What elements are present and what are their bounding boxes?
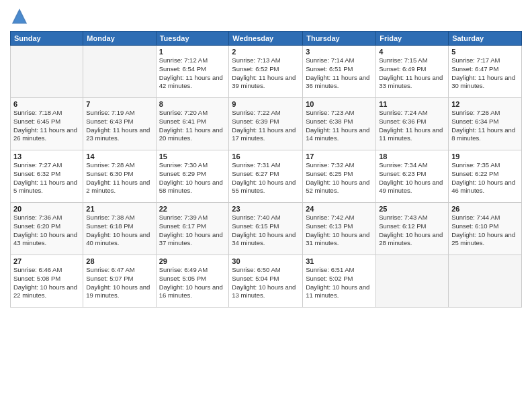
day-info: Sunrise: 7:20 AMSunset: 6:41 PMDaylight:… — [159, 109, 226, 143]
calendar-cell: 28Sunrise: 6:47 AMSunset: 5:07 PMDayligh… — [83, 255, 156, 308]
calendar-week-1: 1Sunrise: 7:12 AMSunset: 6:54 PMDaylight… — [11, 46, 522, 98]
calendar-cell: 5Sunrise: 7:17 AMSunset: 6:47 PMDaylight… — [449, 46, 522, 98]
calendar-header-thursday: Thursday — [303, 32, 376, 46]
day-info: Sunrise: 7:26 AMSunset: 6:34 PMDaylight:… — [451, 109, 519, 143]
day-number: 7 — [86, 100, 152, 108]
day-number: 1 — [159, 48, 226, 56]
day-number: 29 — [159, 257, 226, 265]
header — [10, 7, 522, 26]
day-info: Sunrise: 7:31 AMSunset: 6:27 PMDaylight:… — [232, 161, 300, 195]
calendar-cell: 26Sunrise: 7:44 AMSunset: 6:10 PMDayligh… — [449, 203, 522, 255]
day-number: 6 — [13, 100, 80, 108]
calendar-cell: 31Sunrise: 6:51 AMSunset: 5:02 PMDayligh… — [303, 255, 376, 308]
day-number: 24 — [306, 205, 373, 213]
calendar-cell: 12Sunrise: 7:26 AMSunset: 6:34 PMDayligh… — [449, 98, 522, 150]
calendar-body: 1Sunrise: 7:12 AMSunset: 6:54 PMDaylight… — [11, 46, 522, 308]
calendar-cell: 21Sunrise: 7:38 AMSunset: 6:18 PMDayligh… — [83, 203, 156, 255]
calendar-cell: 11Sunrise: 7:24 AMSunset: 6:36 PMDayligh… — [376, 98, 449, 150]
calendar-header-friday: Friday — [376, 32, 449, 46]
calendar-header-sunday: Sunday — [11, 32, 83, 46]
day-info: Sunrise: 7:40 AMSunset: 6:15 PMDaylight:… — [232, 214, 300, 248]
page: SundayMondayTuesdayWednesdayThursdayFrid… — [0, 0, 532, 411]
day-number: 20 — [13, 205, 80, 213]
day-number: 5 — [451, 48, 519, 56]
calendar-header-monday: Monday — [83, 32, 156, 46]
day-number: 10 — [306, 100, 373, 108]
day-number: 22 — [159, 205, 226, 213]
day-info: Sunrise: 6:50 AMSunset: 5:04 PMDaylight:… — [232, 266, 300, 300]
day-info: Sunrise: 7:17 AMSunset: 6:47 PMDaylight:… — [451, 56, 519, 91]
day-info: Sunrise: 7:38 AMSunset: 6:18 PMDaylight:… — [86, 214, 152, 248]
day-info: Sunrise: 7:43 AMSunset: 6:12 PMDaylight:… — [379, 214, 445, 248]
day-info: Sunrise: 6:49 AMSunset: 5:05 PMDaylight:… — [159, 266, 226, 300]
day-info: Sunrise: 7:42 AMSunset: 6:13 PMDaylight:… — [306, 214, 373, 248]
day-info: Sunrise: 7:14 AMSunset: 6:51 PMDaylight:… — [306, 56, 373, 91]
day-number: 26 — [451, 205, 519, 213]
calendar-cell: 22Sunrise: 7:39 AMSunset: 6:17 PMDayligh… — [156, 203, 229, 255]
day-info: Sunrise: 7:12 AMSunset: 6:54 PMDaylight:… — [159, 56, 226, 91]
calendar-cell: 8Sunrise: 7:20 AMSunset: 6:41 PMDaylight… — [156, 98, 229, 150]
calendar-cell: 6Sunrise: 7:18 AMSunset: 6:45 PMDaylight… — [11, 98, 83, 150]
calendar-header-tuesday: Tuesday — [156, 32, 229, 46]
day-info: Sunrise: 7:34 AMSunset: 6:23 PMDaylight:… — [379, 161, 445, 195]
day-number: 30 — [232, 257, 300, 265]
calendar-week-4: 20Sunrise: 7:36 AMSunset: 6:20 PMDayligh… — [11, 203, 522, 255]
calendar-cell — [83, 46, 156, 98]
calendar-cell: 19Sunrise: 7:35 AMSunset: 6:22 PMDayligh… — [449, 150, 522, 203]
calendar-cell — [449, 255, 522, 308]
calendar-cell: 25Sunrise: 7:43 AMSunset: 6:12 PMDayligh… — [376, 203, 449, 255]
day-number: 25 — [379, 205, 445, 213]
day-info: Sunrise: 7:24 AMSunset: 6:36 PMDaylight:… — [379, 109, 445, 143]
calendar-cell: 9Sunrise: 7:22 AMSunset: 6:39 PMDaylight… — [229, 98, 303, 150]
day-info: Sunrise: 7:27 AMSunset: 6:32 PMDaylight:… — [13, 161, 80, 195]
day-info: Sunrise: 6:47 AMSunset: 5:07 PMDaylight:… — [86, 266, 152, 300]
day-info: Sunrise: 7:22 AMSunset: 6:39 PMDaylight:… — [232, 109, 300, 143]
calendar-cell: 18Sunrise: 7:34 AMSunset: 6:23 PMDayligh… — [376, 150, 449, 203]
day-info: Sunrise: 7:44 AMSunset: 6:10 PMDaylight:… — [451, 214, 519, 248]
calendar-cell — [11, 46, 83, 98]
calendar-cell: 3Sunrise: 7:14 AMSunset: 6:51 PMDaylight… — [303, 46, 376, 98]
day-number: 21 — [86, 205, 152, 213]
day-number: 31 — [306, 257, 373, 265]
day-number: 9 — [232, 100, 300, 108]
day-info: Sunrise: 7:23 AMSunset: 6:38 PMDaylight:… — [306, 109, 373, 143]
day-number: 13 — [13, 152, 80, 161]
calendar-cell: 1Sunrise: 7:12 AMSunset: 6:54 PMDaylight… — [156, 46, 229, 98]
calendar-week-3: 13Sunrise: 7:27 AMSunset: 6:32 PMDayligh… — [11, 150, 522, 203]
calendar-cell: 2Sunrise: 7:13 AMSunset: 6:52 PMDaylight… — [229, 46, 303, 98]
day-info: Sunrise: 6:46 AMSunset: 5:08 PMDaylight:… — [13, 266, 80, 300]
calendar-week-2: 6Sunrise: 7:18 AMSunset: 6:45 PMDaylight… — [11, 98, 522, 150]
day-number: 16 — [232, 152, 300, 161]
day-info: Sunrise: 7:15 AMSunset: 6:49 PMDaylight:… — [379, 56, 445, 91]
day-info: Sunrise: 7:28 AMSunset: 6:30 PMDaylight:… — [86, 161, 152, 195]
day-number: 14 — [86, 152, 152, 161]
day-number: 28 — [86, 257, 152, 265]
calendar-header-saturday: Saturday — [449, 32, 522, 46]
calendar-table: SundayMondayTuesdayWednesdayThursdayFrid… — [10, 31, 522, 308]
day-number: 18 — [379, 152, 445, 161]
day-number: 8 — [159, 100, 226, 108]
day-info: Sunrise: 6:51 AMSunset: 5:02 PMDaylight:… — [306, 266, 373, 300]
day-info: Sunrise: 7:39 AMSunset: 6:17 PMDaylight:… — [159, 214, 226, 248]
calendar-cell: 24Sunrise: 7:42 AMSunset: 6:13 PMDayligh… — [303, 203, 376, 255]
calendar-cell: 14Sunrise: 7:28 AMSunset: 6:30 PMDayligh… — [83, 150, 156, 203]
day-info: Sunrise: 7:36 AMSunset: 6:20 PMDaylight:… — [13, 214, 80, 248]
calendar-header-row: SundayMondayTuesdayWednesdayThursdayFrid… — [11, 32, 522, 46]
calendar-cell: 23Sunrise: 7:40 AMSunset: 6:15 PMDayligh… — [229, 203, 303, 255]
calendar-cell: 30Sunrise: 6:50 AMSunset: 5:04 PMDayligh… — [229, 255, 303, 308]
calendar-cell: 4Sunrise: 7:15 AMSunset: 6:49 PMDaylight… — [376, 46, 449, 98]
calendar-cell: 16Sunrise: 7:31 AMSunset: 6:27 PMDayligh… — [229, 150, 303, 203]
calendar-cell: 10Sunrise: 7:23 AMSunset: 6:38 PMDayligh… — [303, 98, 376, 150]
day-info: Sunrise: 7:35 AMSunset: 6:22 PMDaylight:… — [451, 161, 519, 195]
calendar-cell — [376, 255, 449, 308]
calendar-cell: 29Sunrise: 6:49 AMSunset: 5:05 PMDayligh… — [156, 255, 229, 308]
day-info: Sunrise: 7:30 AMSunset: 6:29 PMDaylight:… — [159, 161, 226, 195]
day-info: Sunrise: 7:18 AMSunset: 6:45 PMDaylight:… — [13, 109, 80, 143]
day-number: 19 — [451, 152, 519, 161]
calendar-cell: 7Sunrise: 7:19 AMSunset: 6:43 PMDaylight… — [83, 98, 156, 150]
day-number: 15 — [159, 152, 226, 161]
calendar-cell: 13Sunrise: 7:27 AMSunset: 6:32 PMDayligh… — [11, 150, 83, 203]
calendar-cell: 17Sunrise: 7:32 AMSunset: 6:25 PMDayligh… — [303, 150, 376, 203]
day-info: Sunrise: 7:32 AMSunset: 6:25 PMDaylight:… — [306, 161, 373, 195]
day-number: 11 — [379, 100, 445, 108]
